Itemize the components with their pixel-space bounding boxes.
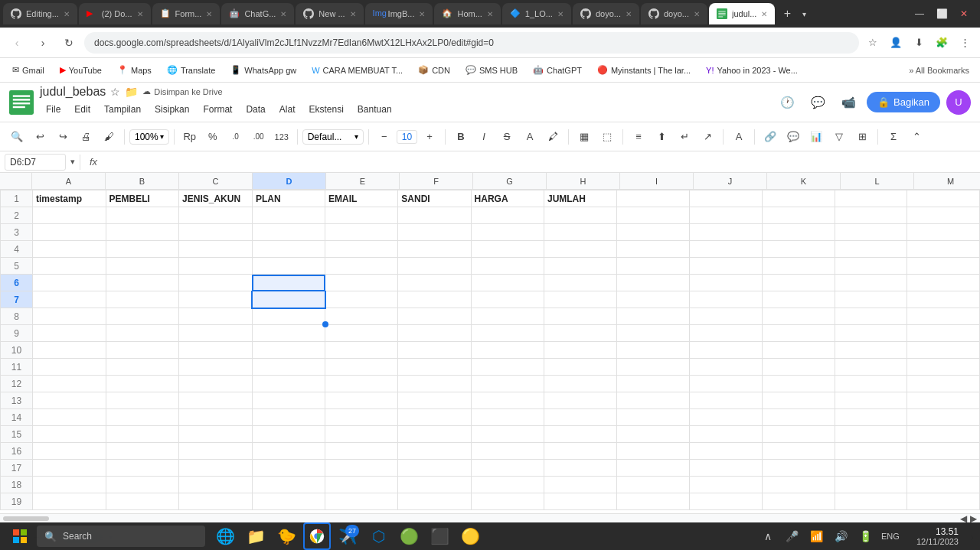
cell-l6[interactable] [835, 275, 907, 291]
start-button[interactable] [6, 522, 34, 550]
rotate-button[interactable]: ↗ [697, 126, 718, 148]
bookmark-gmail[interactable]: ✉ Gmail [6, 63, 51, 77]
cell-f2[interactable] [398, 207, 471, 224]
bookmark-cara[interactable]: W CARA MEMBUAT T... [305, 63, 409, 77]
cell-g6[interactable] [471, 275, 544, 291]
taskbar-telegram-icon[interactable]: ✈️ 27 [334, 522, 361, 550]
cell-j7[interactable] [690, 291, 763, 308]
systray-chevron[interactable]: ∧ [757, 526, 779, 547]
extensions-icon[interactable]: 🧩 [933, 34, 951, 52]
taskbar-file-explorer-icon[interactable]: 📁 [242, 522, 270, 550]
close-button[interactable]: ✕ [957, 5, 971, 22]
bookmark-maps[interactable]: 📍 Maps [111, 63, 158, 77]
fill-color-button[interactable]: 🖍 [542, 126, 564, 148]
history-icon[interactable]: 🕐 [775, 90, 799, 115]
cell-k1[interactable] [762, 190, 835, 207]
cell-d1[interactable]: PLAN [252, 190, 325, 207]
bookmark-yahoo[interactable]: Y! Yahoo in 2023 - We... [700, 63, 804, 77]
tab-close-2[interactable]: ✕ [137, 10, 143, 18]
scrollbar-thumb[interactable] [3, 516, 49, 521]
vertical-align-button[interactable]: ⬆ [651, 126, 672, 148]
tab-close-7[interactable]: ✕ [487, 10, 493, 18]
cell-b3[interactable] [106, 224, 178, 241]
cell-h6[interactable] [544, 275, 616, 291]
cell-a2[interactable] [33, 207, 106, 224]
cell-k3[interactable] [762, 224, 835, 241]
cell-h4[interactable] [544, 241, 616, 258]
minimize-button[interactable]: — [912, 5, 927, 22]
col-header-f[interactable]: F [400, 173, 473, 189]
taskbar-vscode-icon[interactable]: ⬡ [364, 522, 392, 550]
cell-a3[interactable] [33, 224, 106, 241]
menu-sisipkan[interactable]: Sisipkan [149, 102, 195, 117]
cell-m6[interactable] [907, 275, 980, 291]
tab-judul-active[interactable]: judul... ✕ [709, 3, 775, 24]
tab-close-3[interactable]: ✕ [206, 10, 212, 18]
cell-d2[interactable] [252, 207, 325, 224]
zoom-dropdown[interactable]: 100% ▾ [129, 129, 169, 145]
menu-ekstensi[interactable]: Ekstensi [302, 102, 349, 117]
tab-youtube[interactable]: ▶ (2) Do... ✕ [79, 3, 151, 24]
cell-e3[interactable] [325, 224, 398, 241]
systray-lang[interactable]: ENG [880, 526, 901, 547]
cell-l7[interactable] [835, 291, 907, 308]
row-num-6[interactable]: 6 [1, 275, 33, 291]
row-num-3[interactable]: 3 [1, 224, 33, 241]
menu-alat[interactable]: Alat [273, 102, 302, 117]
scroll-right-arrow[interactable]: ▶ [970, 513, 977, 523]
cell-l5[interactable] [835, 258, 907, 275]
filter-button[interactable]: ▽ [828, 126, 850, 148]
taskbar-app10-icon[interactable]: 🟡 [456, 522, 484, 550]
tab-close-1[interactable]: ✕ [64, 10, 70, 18]
cell-i1[interactable] [617, 190, 690, 207]
cell-reference-box[interactable]: D6:D7 [5, 154, 66, 171]
row-num-1[interactable]: 1 [1, 190, 33, 207]
forward-button[interactable]: › [32, 32, 54, 54]
tab-chatgpt[interactable]: 🤖 ChatG... ✕ [221, 3, 294, 24]
cell-h7[interactable] [544, 291, 616, 308]
cell-i5[interactable] [617, 258, 690, 275]
menu-data[interactable]: Data [240, 102, 271, 117]
cell-k6[interactable] [762, 275, 835, 291]
borders-button[interactable]: ▦ [573, 126, 595, 148]
col-header-k[interactable]: K [767, 173, 841, 189]
cell-e2[interactable] [325, 207, 398, 224]
font-size-decrease-btn[interactable]: − [374, 126, 395, 148]
cell-m5[interactable] [907, 258, 980, 275]
tab-close-9[interactable]: ✕ [626, 10, 632, 18]
cell-a7[interactable] [33, 291, 106, 308]
systray-mic[interactable]: 🎤 [782, 526, 803, 547]
row-num-17[interactable]: 17 [1, 460, 33, 477]
cell-m2[interactable] [907, 207, 980, 224]
tab-github-editing[interactable]: Editing... ✕ [3, 3, 77, 24]
print-button[interactable]: 🖨 [75, 126, 96, 148]
maximize-button[interactable]: ⬜ [933, 5, 951, 22]
cell-c7[interactable] [179, 291, 253, 308]
cell-j2[interactable] [690, 207, 763, 224]
tab-chevron[interactable]: ▾ [802, 10, 806, 18]
cell-i7[interactable] [617, 291, 690, 308]
cell-c2[interactable] [179, 207, 253, 224]
col-header-g[interactable]: G [473, 173, 547, 189]
row-num-16[interactable]: 16 [1, 443, 33, 460]
bookmark-cdn[interactable]: 📦 CDN [412, 63, 456, 77]
cell-e7[interactable] [325, 291, 398, 308]
cell-h5[interactable] [544, 258, 616, 275]
bold-button[interactable]: B [450, 126, 472, 148]
cell-k7[interactable] [762, 291, 835, 308]
col-header-d[interactable]: D [253, 173, 326, 189]
tab-github-new[interactable]: New ... ✕ [296, 3, 363, 24]
col-header-c[interactable]: C [179, 173, 253, 189]
cell-a1[interactable]: timestamp [33, 190, 106, 207]
cell-l1[interactable] [835, 190, 907, 207]
text-color-button[interactable]: A [519, 126, 541, 148]
comments-icon[interactable]: 💬 [805, 90, 830, 115]
cell-i2[interactable] [617, 207, 690, 224]
bookmark-translate[interactable]: 🌐 Translate [161, 63, 221, 77]
formula-input[interactable] [106, 154, 975, 171]
taskbar-clock[interactable]: 13.51 12/11/2023 [910, 526, 965, 546]
cell-g1[interactable]: HARGA [471, 190, 544, 207]
redo-button[interactable]: ↪ [52, 126, 74, 148]
bookmarks-more-button[interactable]: » All Bookmarks [904, 63, 974, 77]
search-toolbar-btn[interactable]: 🔍 [6, 126, 28, 148]
